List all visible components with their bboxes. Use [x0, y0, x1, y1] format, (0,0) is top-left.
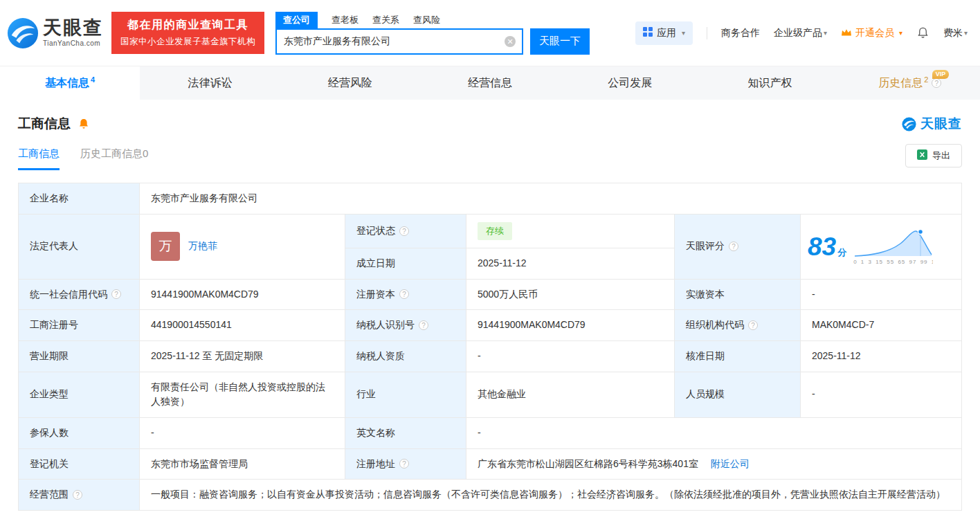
nearby-companies-link[interactable]: 附近公司	[711, 458, 750, 469]
tianyancha-watermark-icon	[902, 117, 916, 131]
excel-icon	[917, 149, 927, 162]
subtab-history-business-info[interactable]: 历史工商信息0	[80, 147, 148, 170]
notification-bell-icon[interactable]	[916, 26, 929, 39]
nav-open-membership[interactable]: 开通会员 ▾	[841, 27, 902, 39]
legal-rep-link[interactable]: 万艳菲	[188, 239, 217, 254]
label-business-scope: 经营范围?	[19, 480, 140, 511]
nav-user[interactable]: 费米 ▾	[943, 27, 968, 39]
promo-banner: 都在用的商业查询工具 国家中小企业发展子基金旗下机构	[111, 12, 264, 54]
legal-rep-avatar[interactable]: 万	[151, 232, 180, 261]
value-company-type: 有限责任公司（非自然人投资或控股的法人独资）	[140, 372, 345, 417]
help-icon[interactable]: ?	[748, 320, 758, 330]
tab-history-info-badge: 2	[924, 75, 928, 84]
tab-company-development-label: 公司发展	[608, 76, 652, 91]
table-row: 参保人数 - 英文名称 -	[19, 417, 962, 448]
taxpayer-id-label: 纳税人识别号	[356, 318, 415, 333]
tab-intellectual-property-label: 知识产权	[748, 76, 792, 91]
value-insured-number: -	[140, 417, 345, 448]
nav-business-cooperation[interactable]: 商务合作	[721, 27, 760, 39]
apps-button[interactable]: 应用 ▾	[635, 21, 693, 45]
tab-company-development[interactable]: 公司发展	[560, 66, 700, 100]
nav-enterprise-products[interactable]: 企业级产品 ▾	[774, 27, 827, 39]
clear-icon[interactable]: ✕	[505, 36, 516, 47]
search-row: ✕ 天眼一下	[275, 28, 590, 55]
value-establish-date: 2025-11-12	[466, 248, 675, 279]
tab-operation-risk[interactable]: 经营风险	[280, 66, 420, 100]
label-english-name: 英文名称	[345, 417, 466, 448]
help-icon[interactable]: ?	[399, 289, 409, 299]
tab-operation-risk-label: 经营风险	[328, 76, 372, 91]
top-nav: 应用 ▾ 商务合作 企业级产品 ▾ 开通会员 ▾	[635, 21, 968, 45]
table-row: 登记机关 东莞市市场监督管理局 注册地址? 广东省东莞市松山湖园区红棉路6号科学…	[19, 448, 962, 480]
table-row: 营业期限 2025-11-12 至 无固定期限 纳税人资质 - 核准日期 202…	[19, 340, 962, 372]
help-icon[interactable]: ?	[932, 78, 941, 88]
tab-intellectual-property[interactable]: 知识产权	[700, 66, 840, 100]
crown-icon	[841, 28, 852, 39]
user-name: 费米	[943, 27, 963, 39]
subtab-history-count: 0	[143, 147, 148, 159]
value-english-name: -	[466, 417, 962, 448]
tab-legal-litigation[interactable]: 法律诉讼	[140, 66, 280, 100]
label-organization-code: 组织机构代码?	[675, 310, 801, 341]
label-staff-size: 人员规模	[675, 372, 801, 417]
promo-line1: 都在用的商业查询工具	[120, 18, 255, 33]
help-icon[interactable]: ?	[729, 242, 738, 251]
nav-enterprise-products-label: 企业级产品	[774, 27, 822, 39]
label-approval-date: 核准日期	[675, 340, 801, 372]
search-button[interactable]: 天眼一下	[530, 28, 590, 55]
label-company-name: 企业名称	[19, 183, 140, 215]
value-registered-address: 广东省东莞市松山湖园区红棉路6号科学苑3栋401室 附近公司	[466, 448, 962, 480]
search-tab-relation[interactable]: 查关系	[372, 14, 399, 28]
score-number: 83分	[808, 234, 846, 260]
registration-status-label: 登记状态	[356, 224, 395, 239]
tab-legal-litigation-label: 法律诉讼	[188, 76, 232, 91]
label-taxpayer-id: 纳税人识别号?	[345, 310, 466, 341]
help-icon[interactable]: ?	[399, 226, 409, 236]
help-icon[interactable]: ?	[419, 320, 428, 330]
tianyancha-logo[interactable]: 天眼查 TianYanCha.com	[7, 17, 103, 49]
organization-code-label: 组织机构代码	[686, 318, 744, 333]
subscribe-bell-icon[interactable]	[78, 118, 90, 130]
tab-operation-info[interactable]: 经营信息	[420, 66, 560, 100]
value-tianyan-score[interactable]: 83分 0 1 3 15 55 65 97 99 100	[801, 214, 962, 279]
search-tab-boss[interactable]: 查老板	[332, 14, 359, 28]
subtab-business-info[interactable]: 工商信息	[18, 147, 60, 170]
value-taxpayer-id: 91441900MAK0M4CD79	[466, 310, 675, 341]
promo-line2: 国家中小企业发展子基金旗下机构	[120, 36, 255, 48]
export-button[interactable]: 导出	[905, 144, 962, 167]
value-staff-size: -	[801, 372, 962, 417]
tab-operation-info-label: 经营信息	[468, 76, 512, 91]
label-insured-number: 参保人数	[19, 417, 140, 448]
value-registration-number: 441900014550141	[140, 310, 345, 341]
score-unit: 分	[837, 247, 846, 257]
chevron-down-icon: ▾	[824, 29, 827, 37]
search-input[interactable]	[277, 36, 505, 47]
page: 天眼查 TianYanCha.com 都在用的商业查询工具 国家中小企业发展子基…	[0, 0, 980, 528]
subtab-history-label: 历史工商信息	[80, 147, 143, 159]
search-tab-risk[interactable]: 查风险	[413, 14, 440, 28]
chevron-down-icon: ▾	[964, 29, 968, 37]
value-business-term: 2025-11-12 至 无固定期限	[140, 340, 345, 372]
tab-basic-info[interactable]: 基本信息4	[0, 66, 140, 100]
status-badge: 存续	[478, 222, 512, 240]
value-industry: 其他金融业	[466, 372, 675, 417]
value-paid-capital: -	[801, 279, 962, 310]
subtab-row: 工商信息 历史工商信息0 导出	[18, 144, 962, 173]
label-registration-status: 登记状态?	[345, 214, 466, 248]
search-block: 查公司 查老板 查关系 查风险 ✕ 天眼一下	[275, 12, 590, 55]
help-icon[interactable]: ?	[73, 490, 82, 500]
help-icon[interactable]: ?	[111, 289, 121, 299]
label-paid-capital: 实缴资本	[675, 279, 801, 310]
search-tab-company[interactable]: 查公司	[275, 12, 318, 28]
tab-basic-info-label: 基本信息	[45, 76, 89, 91]
value-organization-code: MAK0M4CD-7	[801, 310, 962, 341]
tab-history-info[interactable]: VIP 历史信息2 ?	[840, 66, 980, 100]
label-legal-representative: 法定代表人	[19, 214, 140, 279]
value-taxpayer-qualification: -	[466, 340, 675, 372]
table-row: 工商注册号 441900014550141 纳税人识别号? 91441900MA…	[19, 310, 962, 341]
section-header: 工商信息 天眼查	[18, 115, 962, 133]
label-industry: 行业	[345, 372, 466, 417]
company-nav-bar: 基本信息4 法律诉讼 经营风险 经营信息 公司发展 知识产权 VIP 历史信息2…	[0, 66, 980, 100]
help-icon[interactable]: ?	[399, 459, 409, 468]
table-row: 企业名称 东莞市产业服务有限公司	[19, 183, 962, 215]
